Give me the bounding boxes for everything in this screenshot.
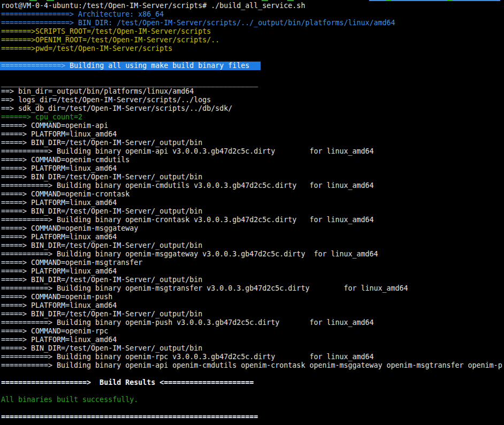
terminal-line: =====> PLATFORM=linux_amd64 bbox=[1, 164, 504, 173]
terminal-line: ===========> Building binary openim-msgt… bbox=[1, 284, 504, 293]
terminal-line bbox=[1, 404, 504, 413]
terminal-line: =====> PLATFORM=linux_amd64 bbox=[1, 301, 504, 310]
terminal-line: ====================> Build Results <===… bbox=[1, 378, 504, 387]
terminal-line: =====> PLATFORM=linux_amd64 bbox=[1, 233, 504, 241]
terminal-line: ===========> Building binary openim-api … bbox=[1, 361, 504, 370]
terminal-line: =======>SCRIPTS_ROOT=/test/Open-IM-Serve… bbox=[1, 27, 504, 36]
terminal-line: ________________________________________… bbox=[1, 79, 504, 87]
terminal-line: ======> cpu_count=2 bbox=[1, 113, 504, 122]
terminal-line bbox=[1, 53, 504, 62]
terminal-line: =======>pwd=/test/Open-IM-Server/scripts bbox=[1, 44, 504, 53]
terminal-line: =====> BIN_DIR=/test/Open-IM-Server/_out… bbox=[1, 344, 504, 353]
terminal-line: =====> COMMAND=openim-msggateway bbox=[1, 224, 504, 233]
terminal-line: ===========> Building binary openim-push… bbox=[1, 318, 504, 327]
terminal-line: ===========> Building binary openim-msgg… bbox=[1, 250, 504, 259]
prev-line-green-fragment bbox=[447, 0, 453, 1]
terminal-line: ==> sdk_db_dir=/test/Open-IM-Server/scri… bbox=[1, 104, 504, 113]
prev-line-green-fragment bbox=[29, 0, 37, 1]
terminal-line: ===========> Building binary openim-rpc … bbox=[1, 353, 504, 361]
terminal-line: ==> bin_dir=_output/bin/platforms/linux/… bbox=[1, 87, 504, 96]
banner-message: Building all using make build binary fil… bbox=[70, 62, 249, 70]
terminal-line bbox=[1, 370, 504, 378]
terminal-line: =====> BIN_DIR=/test/Open-IM-Server/_out… bbox=[1, 241, 504, 250]
terminal-line: =====> PLATFORM=linux_amd64 bbox=[1, 130, 504, 139]
terminal-line: ================> Architecture: x86_64 bbox=[1, 10, 504, 19]
terminal-line: =====> PLATFORM=linux_amd64 bbox=[1, 336, 504, 344]
terminal-line: =======>OPENIM_ROOT=/test/Open-IM-Server… bbox=[1, 36, 504, 44]
terminal-line: ===========> Building binary openim-api … bbox=[1, 147, 504, 156]
terminal-line: =====> COMMAND=openim-rpc bbox=[1, 327, 504, 336]
terminal-line: All binaries built successfully. bbox=[1, 396, 504, 404]
terminal-line: ==============> Building all using make … bbox=[1, 62, 504, 70]
terminal-line: =====> BIN_DIR=/test/Open-IM-Server/_out… bbox=[1, 276, 504, 284]
terminal-line: root@VM-0-4-ubuntu:/test/Open-IM-Server/… bbox=[1, 2, 504, 10]
terminal-line: =====> COMMAND=openim-cmdutils bbox=[1, 156, 504, 164]
terminal-line: =====> PLATFORM=linux_amd64 bbox=[1, 199, 504, 207]
terminal-line: =====> COMMAND=openim-api bbox=[1, 122, 504, 130]
terminal-line: =====> BIN_DIR=/test/Open-IM-Server/_out… bbox=[1, 173, 504, 181]
terminal-line: =====> BIN_DIR=/test/Open-IM-Server/_out… bbox=[1, 139, 504, 147]
terminal-line: ================> BIN_DIR: /test/Open-IM… bbox=[1, 19, 504, 27]
terminal-line: =====> BIN_DIR=/test/Open-IM-Server/_out… bbox=[1, 310, 504, 318]
prev-line-green-fragment bbox=[262, 0, 268, 1]
terminal-window: root@VM-0-4-ubuntu:/test/Open-IM-Server/… bbox=[0, 0, 504, 425]
terminal-line: =====> PLATFORM=linux_amd64 bbox=[1, 267, 504, 276]
terminal-line: =====> COMMAND=openim-push bbox=[1, 293, 504, 301]
terminal-line: ===========> Building binary openim-cmdu… bbox=[1, 181, 504, 190]
highlighted-banner: ==============> Building all using make … bbox=[0, 62, 261, 70]
terminal-output: root@VM-0-4-ubuntu:/test/Open-IM-Server/… bbox=[1, 2, 504, 421]
terminal-line: =====> COMMAND=openim-msgtransfer bbox=[1, 259, 504, 267]
terminal-line: =====> BIN_DIR=/test/Open-IM-Server/_out… bbox=[1, 207, 504, 216]
terminal-line: ===========> Building binary openim-cron… bbox=[1, 216, 504, 224]
prev-line-green-fragment bbox=[47, 0, 54, 1]
prev-line-green-fragment bbox=[386, 0, 392, 1]
terminal-line: ==> logs_dir=/test/Open-IM-Server/script… bbox=[1, 96, 504, 104]
terminal-line: ========================================… bbox=[1, 413, 504, 421]
terminal-line bbox=[1, 70, 504, 79]
terminal-line bbox=[1, 387, 504, 396]
terminal-line: =====> COMMAND=openim-crontask bbox=[1, 190, 504, 199]
prev-line-green-fragment bbox=[287, 0, 294, 1]
banner-arrow-prefix: ==============> bbox=[1, 62, 70, 70]
